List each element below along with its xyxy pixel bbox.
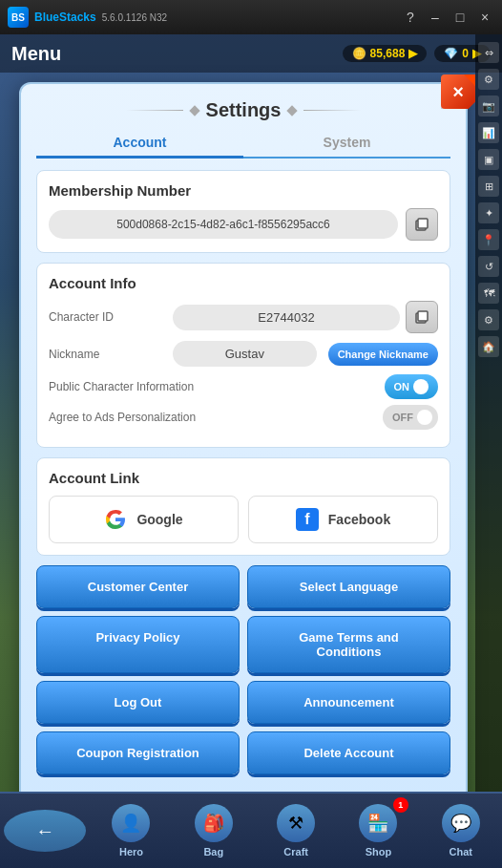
account-link-section: Account Link Google [36,457,450,556]
google-link-label: Google [136,512,182,527]
sidebar-gear-icon[interactable]: ⚙ [478,309,499,330]
sidebar-rotate-icon[interactable]: ↺ [478,256,499,277]
nav-chat[interactable]: 💬 Chat [420,794,502,868]
facebook-link-button[interactable]: f Facebook [248,496,438,543]
sidebar-map-icon[interactable]: 🗺 [478,283,499,304]
nickname-row: Nickname Gustav Change Nickname [49,341,438,367]
chat-nav-label: Chat [450,846,472,857]
ads-toggle[interactable]: OFF [383,405,438,430]
nickname-value: Gustav [173,341,317,367]
game-background: Menu 🪙 85,688 ▶ 💎 0 ▶ ⇔ ⚙ 📷 📊 ▣ ⊞ ✦ 📍 ↺ … [0,34,502,868]
nav-hero[interactable]: 👤 Hero [90,794,172,868]
sidebar-bar-chart-icon[interactable]: 📊 [478,122,499,143]
facebook-icon: f [296,508,319,531]
membership-section-title: Membership Number [49,182,438,199]
customer-center-button[interactable]: Customer Center [36,565,240,608]
settings-header: × Settings [21,84,466,121]
membership-section: Membership Number 500d0868-2c15-4d82-a6c… [36,170,450,253]
craft-nav-icon: ⚒ [277,804,315,842]
hero-nav-label: Hero [119,846,143,857]
shop-nav-icon: 🏪 [359,804,397,842]
bag-nav-label: Bag [203,846,223,857]
bottom-navigation: ← 👤 Hero 🎒 Bag ⚒ Craft 1 🏪 Shop 💬 Chat [0,792,502,868]
coupon-registration-button[interactable]: Coupon Registration [36,731,240,774]
link-buttons: Google f Facebook [49,496,438,543]
app-version: 5.6.0.1126 N32 [102,12,167,23]
membership-row: 500d0868-2c15-4d82-a6c1-f8556295acc6 [49,208,438,241]
gem-icon: 💎 [444,47,458,60]
change-nickname-button[interactable]: Change Nickname [328,343,438,366]
public-info-toggle[interactable]: ON [385,374,439,399]
character-id-value: E2744032 [173,305,400,330]
delete-account-button[interactable]: Delete Account [247,731,450,774]
svg-rect-3 [418,311,428,321]
tab-system[interactable]: System [243,129,450,157]
shop-nav-label: Shop [366,846,392,857]
sidebar-pin-icon[interactable]: 📍 [478,229,499,250]
back-button[interactable]: ← [4,810,86,852]
game-terms-button[interactable]: Game Terms andConditions [247,616,450,673]
close-settings-button[interactable]: × [441,74,475,109]
google-link-button[interactable]: Google [49,496,239,543]
ads-label: Agree to Ads Personalization [49,411,383,424]
public-info-on-text: ON [394,381,410,392]
deco-line-left [126,110,183,111]
facebook-link-label: Facebook [328,512,390,527]
menu-bar: Menu 🪙 85,688 ▶ 💎 0 ▶ [0,34,502,73]
sidebar-cursor-icon[interactable]: ✦ [478,202,499,223]
sidebar-screen-icon[interactable]: ⊞ [478,176,499,197]
currency-display: 🪙 85,688 ▶ 💎 0 ▶ [343,45,491,62]
public-info-label: Public Character Information [49,380,385,393]
settings-title: Settings [206,99,282,121]
top-bar: BS BlueStacks 5.6.0.1126 N32 ? – □ × [0,0,502,34]
close-window-icon[interactable]: × [475,8,494,27]
deco-diamond-right [287,105,298,116]
plus-icon[interactable]: ▶ [408,47,417,60]
bluestacks-logo: BS [8,7,29,28]
nav-shop[interactable]: 1 🏪 Shop [337,794,419,868]
gold-icon: 🪙 [352,47,366,60]
gold-currency: 🪙 85,688 ▶ [343,45,428,62]
character-id-label: Character ID [49,310,173,324]
back-icon: ← [35,820,54,842]
app-title: BlueStacks [34,11,96,24]
membership-id-value: 500d0868-2c15-4d82-a6c1-f8556295acc6 [49,210,398,239]
tab-account[interactable]: Account [36,129,243,159]
settings-content: Membership Number 500d0868-2c15-4d82-a6c… [21,159,466,790]
bag-nav-icon: 🎒 [195,804,233,842]
copy-character-id-button[interactable] [406,301,438,333]
account-info-title: Account Info [49,275,438,291]
ads-toggle-circle [417,410,432,425]
google-icon [104,508,127,531]
account-link-title: Account Link [49,470,438,486]
svg-rect-1 [418,219,428,228]
logout-button[interactable]: Log Out [36,681,240,724]
help-icon[interactable]: ? [401,8,420,27]
sidebar-camera-icon[interactable]: 📷 [478,95,499,116]
account-info-section: Account Info Character ID E2744032 [36,263,450,448]
settings-decoration: Settings [21,99,466,121]
shop-badge: 1 [393,797,408,813]
select-language-button[interactable]: Select Language [247,565,450,608]
ads-off-text: OFF [392,412,413,423]
character-id-row: Character ID E2744032 [49,301,438,333]
privacy-policy-button[interactable]: Privacy Policy [36,616,240,673]
minimize-icon[interactable]: – [426,8,445,27]
sidebar-layers-icon[interactable]: ▣ [478,149,499,170]
action-buttons-grid: Customer Center Select Language Privacy … [36,565,450,778]
craft-nav-label: Craft [283,846,308,857]
settings-tabs: Account System [36,129,450,159]
maximize-icon[interactable]: □ [450,8,470,27]
sidebar-expand-icon[interactable]: ⇔ [478,42,499,63]
copy-icon-2 [414,309,429,325]
nickname-label: Nickname [49,348,173,361]
sidebar-settings-icon[interactable]: ⚙ [478,69,499,90]
copy-membership-button[interactable] [406,208,438,241]
announcement-button[interactable]: Announcement [247,681,450,724]
nav-craft[interactable]: ⚒ Craft [255,794,337,868]
right-sidebar: ⇔ ⚙ 📷 📊 ▣ ⊞ ✦ 📍 ↺ 🗺 ⚙ 🏠 [475,34,502,868]
ads-row: Agree to Ads Personalization OFF [49,405,438,430]
nav-bag[interactable]: 🎒 Bag [173,794,255,868]
sidebar-home-icon[interactable]: 🏠 [478,336,499,357]
deco-line-right [303,110,361,111]
